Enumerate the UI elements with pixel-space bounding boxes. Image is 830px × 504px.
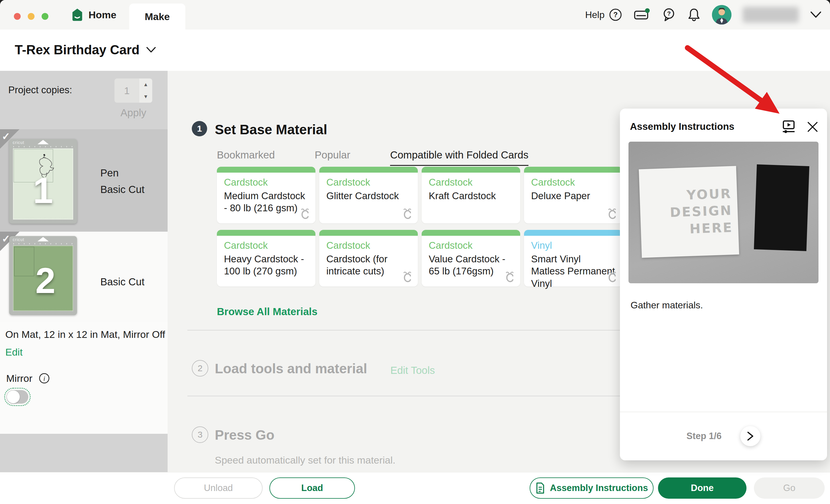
window-titlebar: Home Make Help ? (0, 0, 830, 30)
step-indicator: Step 1/6 (687, 431, 722, 441)
category-color-strip (524, 230, 622, 236)
category-color-strip (422, 167, 520, 172)
material-category: Cardstock (326, 177, 418, 188)
cricut-home-icon (71, 8, 84, 22)
copies-increment-button[interactable]: ▲ (139, 78, 152, 91)
material-category: Cardstock (429, 177, 520, 188)
material-name: Heavy Cardstock - 100 lb (270 gsm) (224, 253, 310, 277)
cricut-logo-icon (299, 208, 311, 220)
material-card[interactable]: Cardstock Medium Cardstock - 80 lb (216 … (217, 167, 315, 223)
video-tutorial-icon (781, 119, 796, 134)
traffic-light-minimize[interactable] (28, 13, 34, 20)
category-color-strip (422, 230, 520, 236)
assembly-instructions-button[interactable]: Assembly Instructions (530, 477, 653, 499)
chat-question-icon: ? (662, 7, 676, 22)
cricut-logo-icon (402, 271, 413, 284)
project-copies-label: Project copies: (8, 85, 72, 96)
tab-bookmarked[interactable]: Bookmarked (217, 149, 275, 166)
material-category: Cardstock (531, 177, 622, 188)
mat-item-1[interactable]: ✓ cricut 1 Pen Basic Cut (0, 129, 168, 232)
cricut-logo-icon (402, 208, 413, 220)
section-divider (187, 396, 620, 396)
mat-tool-label: Pen (100, 167, 119, 179)
svg-text:i: i (43, 375, 45, 382)
material-name: Deluxe Paper (531, 190, 617, 202)
material-category: Cardstock (326, 240, 418, 251)
tab-popular[interactable]: Popular (315, 149, 350, 166)
project-copies-section: Project copies: 1 ▲ ▼ Apply (0, 71, 168, 129)
next-step-button[interactable] (740, 426, 760, 446)
browse-all-materials-link[interactable]: Browse All Materials (217, 306, 318, 317)
mat-ruler (13, 146, 73, 147)
material-cards-grid: Cardstock Medium Cardstock - 80 lb (216 … (217, 167, 622, 286)
step2-badge: 2 (192, 360, 208, 377)
close-icon (806, 121, 819, 133)
traffic-light-close[interactable] (14, 13, 21, 20)
project-header: T-Rex Birthday Card (0, 30, 830, 71)
sidebar-footer-spacer (0, 434, 168, 472)
cricut-logo-icon (607, 208, 618, 220)
assembly-instructions-label: Assembly Instructions (550, 483, 648, 493)
material-tabs: Bookmarked Popular Compatible with Folde… (217, 149, 529, 166)
cricut-logo-icon (607, 271, 618, 284)
category-color-strip (524, 167, 622, 172)
avatar[interactable] (712, 5, 731, 25)
notifications-button[interactable] (687, 7, 701, 22)
mat-tool-label: Basic Cut (100, 276, 145, 288)
material-name: Cardstock (for intricate cuts) (326, 253, 412, 277)
material-card[interactable]: Cardstock Value Cardstock - 65 lb (176gs… (422, 230, 520, 286)
edit-mat-link[interactable]: Edit (5, 346, 23, 358)
account-menu-button[interactable] (810, 11, 822, 19)
close-panel-button[interactable] (806, 121, 819, 133)
traffic-light-zoom[interactable] (42, 13, 49, 20)
step3-subtitle: Speed automatically set for this materia… (215, 454, 395, 466)
edit-tools-link[interactable]: Edit Tools (390, 365, 435, 376)
step1-title: Set Base Material (215, 122, 327, 137)
tab-make[interactable]: Make (129, 4, 185, 30)
material-card[interactable]: Vinyl Smart Vinyl Matless Permanent Viny… (524, 230, 622, 286)
mirror-toggle[interactable] (4, 388, 31, 406)
mat-1-preview: cricut 1 (9, 139, 77, 224)
chevron-down-icon (146, 46, 156, 53)
load-button[interactable]: Load (269, 477, 355, 499)
mat-item-2[interactable]: ✓ cricut 2 Basic Cut (0, 232, 168, 322)
mats-sidebar: Project copies: 1 ▲ ▼ Apply ✓ cricut (0, 71, 168, 472)
video-tutorial-button[interactable] (781, 119, 796, 134)
design-bounds (14, 247, 34, 276)
material-card[interactable]: Cardstock Kraft Cardstock (422, 167, 520, 223)
tab-compatible[interactable]: Compatible with Folded Cards (390, 149, 529, 166)
go-button[interactable]: Go (754, 477, 825, 499)
instruction-text: Gather materials. (631, 300, 703, 311)
material-card[interactable]: Cardstock Deluxe Paper (524, 167, 622, 223)
material-name: Kraft Cardstock (429, 190, 514, 202)
copies-input[interactable]: 1 (115, 78, 139, 103)
bell-icon (687, 7, 701, 22)
mat-settings-summary: On Mat, 12 in x 12 in Mat, Mirror Off (5, 329, 165, 340)
material-card[interactable]: Cardstock Heavy Cardstock - 100 lb (270 … (217, 230, 315, 286)
svg-text:?: ? (613, 11, 618, 19)
apply-button[interactable]: Apply (115, 107, 152, 119)
material-category: Vinyl (531, 240, 622, 251)
project-title-dropdown[interactable]: T-Rex Birthday Card (15, 42, 156, 57)
help-question-icon: ? (609, 8, 622, 22)
done-button[interactable]: Done (658, 477, 746, 499)
machine-status-button[interactable] (634, 8, 650, 22)
assembly-instructions-panel: Assembly Instructions YOUR DESI (620, 108, 827, 460)
instruction-photo: YOUR DESIGN HERE (629, 141, 819, 283)
support-chat-button[interactable]: ? (662, 7, 676, 22)
cricut-make-screen: Home Make Help ? (0, 0, 830, 504)
mat-number: 2 (35, 263, 56, 298)
mat-notch (37, 237, 49, 241)
mirror-info-icon[interactable]: i (38, 372, 50, 384)
help-button[interactable]: Help ? (585, 8, 622, 22)
material-card[interactable]: Cardstock Glitter Cardstock (319, 167, 418, 223)
svg-text:?: ? (667, 10, 671, 17)
unload-button[interactable]: Unload (174, 477, 263, 499)
tab-home[interactable]: Home (71, 0, 116, 30)
mat-number: 1 (33, 172, 53, 209)
material-card[interactable]: Cardstock Cardstock (for intricate cuts) (319, 230, 418, 286)
cricut-brand-label: cricut (13, 140, 24, 145)
cricut-brand-label: cricut (13, 237, 24, 242)
copies-decrement-button[interactable]: ▼ (139, 91, 152, 103)
material-name: Medium Cardstock - 80 lb (216 gsm) (224, 190, 310, 214)
